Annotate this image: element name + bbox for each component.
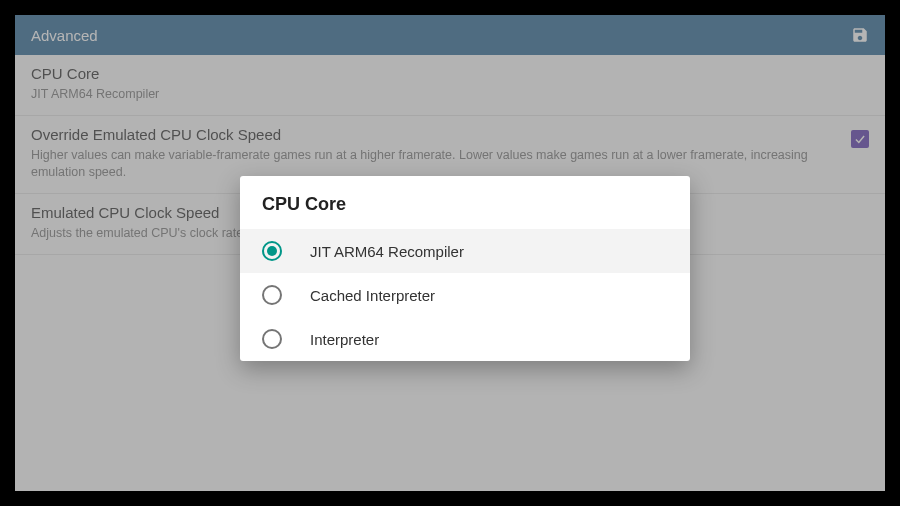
option-label: Cached Interpreter bbox=[310, 287, 435, 304]
app-screen: Advanced CPU Core JIT ARM64 Recompiler O… bbox=[15, 15, 885, 491]
dialog-cpu-core: CPU Core JIT ARM64 Recompiler Cached Int… bbox=[240, 176, 690, 361]
radio-unchecked-icon bbox=[262, 285, 282, 305]
option-jit-arm64-recompiler[interactable]: JIT ARM64 Recompiler bbox=[240, 229, 690, 273]
option-label: Interpreter bbox=[310, 331, 379, 348]
radio-unchecked-icon bbox=[262, 329, 282, 349]
dialog-title: CPU Core bbox=[240, 176, 690, 229]
option-cached-interpreter[interactable]: Cached Interpreter bbox=[240, 273, 690, 317]
radio-checked-icon bbox=[262, 241, 282, 261]
option-label: JIT ARM64 Recompiler bbox=[310, 243, 464, 260]
option-interpreter[interactable]: Interpreter bbox=[240, 317, 690, 361]
